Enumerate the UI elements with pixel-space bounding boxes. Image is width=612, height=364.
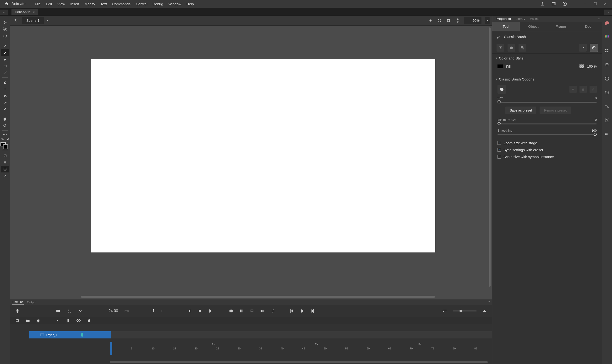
size-value[interactable]: 3 <box>595 96 597 100</box>
layers-icon[interactable] <box>15 308 20 314</box>
fit-timeline-icon[interactable] <box>482 308 487 314</box>
timeline-scrollbar[interactable] <box>110 361 488 363</box>
step-forward-icon[interactable] <box>310 308 315 314</box>
line-tool[interactable] <box>1 69 9 76</box>
scale-with-symbol-checkbox[interactable] <box>498 155 501 159</box>
zoom-dropdown-icon[interactable]: ▾ <box>485 17 490 24</box>
window-restore[interactable] <box>592 1 598 7</box>
fps-value[interactable]: 24.00 <box>104 309 118 313</box>
window-close[interactable]: ✕ <box>602 1 608 7</box>
tilt-toggle[interactable] <box>1 172 9 179</box>
hand-tool[interactable] <box>1 116 9 122</box>
transform-panel-icon[interactable] <box>604 61 610 68</box>
keyframe-marker[interactable] <box>81 333 83 337</box>
close-tab-icon[interactable]: × <box>33 10 35 14</box>
collapse-left-icon[interactable]: ‹‹ <box>0 10 8 15</box>
add-preset-icon[interactable]: + <box>570 86 577 93</box>
more-tools-icon[interactable]: ••• <box>3 133 7 136</box>
loop-icon[interactable] <box>270 308 276 314</box>
outline-layer-icon[interactable] <box>66 318 70 323</box>
tool-subtab[interactable]: Tool <box>492 22 520 31</box>
bone-panel-icon[interactable] <box>604 103 610 110</box>
opacity-icon[interactable] <box>580 65 584 68</box>
menu-commands[interactable]: Commands <box>109 0 133 8</box>
library-tab[interactable]: Library <box>516 17 525 21</box>
loop-playback-icon[interactable] <box>442 308 448 314</box>
edit-scene-icon[interactable] <box>13 17 19 24</box>
play-test-icon[interactable] <box>561 0 568 7</box>
center-stage-icon[interactable] <box>427 18 433 23</box>
zoom-value[interactable]: 50% <box>464 17 481 24</box>
next-keyframe-icon[interactable] <box>208 308 213 314</box>
prev-keyframe-icon[interactable] <box>187 308 192 314</box>
assets-tab[interactable]: Assets <box>530 17 539 21</box>
properties-tab[interactable]: Properties <box>496 17 511 21</box>
menu-debug[interactable]: Debug <box>150 0 166 8</box>
frame-subtab[interactable]: Frame <box>547 22 575 31</box>
object-drawing-option[interactable] <box>497 44 504 52</box>
zoom-stepper-icon[interactable] <box>455 18 461 23</box>
zoom-with-stage-checkbox[interactable] <box>498 141 501 145</box>
scene-dropdown-icon[interactable]: ▾ <box>47 19 48 22</box>
create-tween-icon[interactable] <box>260 308 265 314</box>
horizontal-scrollbar[interactable] <box>81 296 435 298</box>
new-layer-icon[interactable] <box>15 318 20 323</box>
swap-colors-icon[interactable]: ⇄ <box>7 138 9 140</box>
paint-mode-option[interactable] <box>507 44 515 52</box>
zoom-tool[interactable] <box>1 122 9 129</box>
timeline-tab[interactable]: Timeline <box>12 300 24 305</box>
delete-preset-icon[interactable] <box>580 86 587 93</box>
rotate-stage-icon[interactable] <box>436 18 442 23</box>
new-folder-icon[interactable] <box>25 318 30 323</box>
save-preset-button[interactable]: Save as preset <box>505 106 536 114</box>
object-subtab[interactable]: Object <box>520 22 547 31</box>
menu-text[interactable]: Text <box>98 0 110 8</box>
min-size-value[interactable]: 0 <box>595 118 597 122</box>
timeline-panel-menu-icon[interactable]: ≡ <box>489 300 490 304</box>
graph-panel-icon[interactable] <box>604 117 610 123</box>
brush-mode-icon[interactable] <box>1 159 9 166</box>
color-panel-icon[interactable] <box>604 20 610 26</box>
menu-modify[interactable]: Modify <box>82 0 98 8</box>
camera-icon[interactable] <box>55 308 61 314</box>
brush-options-section[interactable]: ▾Classic Brush Options <box>492 75 602 83</box>
color-style-section[interactable]: ▾Color and Style <box>492 54 602 62</box>
window-minimize[interactable]: ─ <box>582 1 588 7</box>
menu-file[interactable]: File <box>32 0 43 8</box>
onion-skin-icon[interactable] <box>228 308 233 314</box>
selection-tool[interactable] <box>1 19 9 26</box>
vertical-scrollbar[interactable] <box>489 27 490 287</box>
lock-fill-option[interactable] <box>518 44 526 52</box>
info-panel-icon[interactable] <box>604 75 610 82</box>
pressure-toggle[interactable] <box>1 166 9 172</box>
classic-brush-tool[interactable] <box>1 49 9 56</box>
timeline-zoom-slider[interactable] <box>453 311 477 312</box>
document-tab[interactable]: Untitled-1* × <box>12 9 38 15</box>
playhead[interactable] <box>110 342 112 355</box>
smoothing-slider[interactable] <box>498 134 597 135</box>
align-panel-icon[interactable] <box>604 48 610 54</box>
fill-opacity-value[interactable]: 100 % <box>587 65 597 68</box>
doc-subtab[interactable]: Doc <box>574 22 602 31</box>
swatches-panel-icon[interactable] <box>604 34 610 40</box>
lock-layer-icon[interactable] <box>87 318 91 323</box>
object-drawing-toggle[interactable] <box>1 152 9 159</box>
step-back-icon[interactable] <box>289 308 294 314</box>
menu-insert[interactable]: Insert <box>68 0 82 8</box>
menu-help[interactable]: Help <box>184 0 196 8</box>
color-swatches[interactable] <box>1 142 9 149</box>
lasso-tool[interactable] <box>1 33 9 39</box>
stage-viewport[interactable] <box>10 26 492 299</box>
frames-track[interactable] <box>110 331 492 338</box>
highlight-layer-icon[interactable]: • <box>55 318 60 323</box>
pressure-option[interactable] <box>579 44 587 52</box>
delete-layer-icon[interactable] <box>36 318 41 323</box>
pen-tool[interactable] <box>1 79 9 86</box>
size-slider[interactable] <box>498 102 597 103</box>
layer-name[interactable]: Layer_1 <box>46 333 57 337</box>
workspace-icon[interactable] <box>550 0 557 7</box>
tilt-option[interactable] <box>590 44 598 52</box>
play-icon[interactable] <box>299 308 305 314</box>
marker-icon[interactable] <box>249 308 255 314</box>
home-icon[interactable] <box>3 0 10 7</box>
